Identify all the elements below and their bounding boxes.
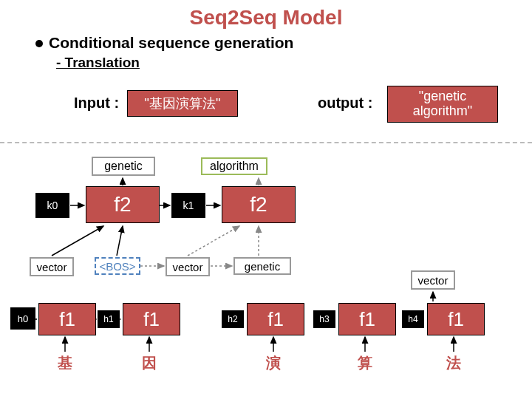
svg-line-5: [52, 226, 103, 256]
encoder-f1-3: f1: [247, 303, 304, 335]
vector-mid: vector: [166, 257, 210, 276]
state-h1: h1: [98, 310, 120, 328]
input-box: "基因演算法": [127, 90, 238, 117]
state-h3: h3: [313, 310, 335, 328]
vector-left: vector: [30, 257, 74, 276]
state-h0: h0: [10, 307, 35, 330]
divider: [0, 142, 532, 143]
encoder-f1-2: f1: [123, 303, 180, 335]
page-title: Seq2Seq Model: [0, 0, 532, 30]
output-token-algorithm: algorithm: [201, 157, 267, 175]
encoder-f1-1: f1: [38, 303, 96, 335]
state-k1: k1: [171, 193, 205, 218]
input-label: Input :: [74, 95, 119, 112]
svg-line-6: [117, 226, 123, 256]
bullet-heading: Conditional sequence generation: [35, 34, 293, 52]
decoder-f2-1: f2: [86, 186, 160, 223]
state-h2: h2: [222, 310, 244, 328]
bullet-subline: - Translation: [56, 55, 140, 71]
bos-token: <BOS>: [95, 257, 140, 275]
input-token-genetic: genetic: [233, 257, 291, 275]
input-char-1: 基: [58, 353, 72, 373]
bullet-icon: [35, 40, 43, 47]
output-label: output :: [318, 95, 372, 112]
encoder-f1-4: f1: [338, 303, 396, 335]
output-box: "genetic algorithm": [387, 86, 498, 123]
input-char-3: 演: [266, 353, 281, 373]
bullet-text: Conditional sequence generation: [49, 34, 293, 51]
svg-line-7: [188, 226, 239, 256]
input-char-2: 因: [142, 353, 157, 373]
vector-right: vector: [411, 270, 455, 290]
output-token-genetic: genetic: [92, 157, 155, 176]
decoder-f2-2: f2: [222, 186, 296, 223]
input-char-4: 算: [358, 353, 372, 373]
state-k0: k0: [35, 193, 69, 218]
state-h4: h4: [402, 310, 424, 328]
input-char-5: 法: [446, 353, 461, 373]
encoder-f1-5: f1: [427, 303, 485, 335]
